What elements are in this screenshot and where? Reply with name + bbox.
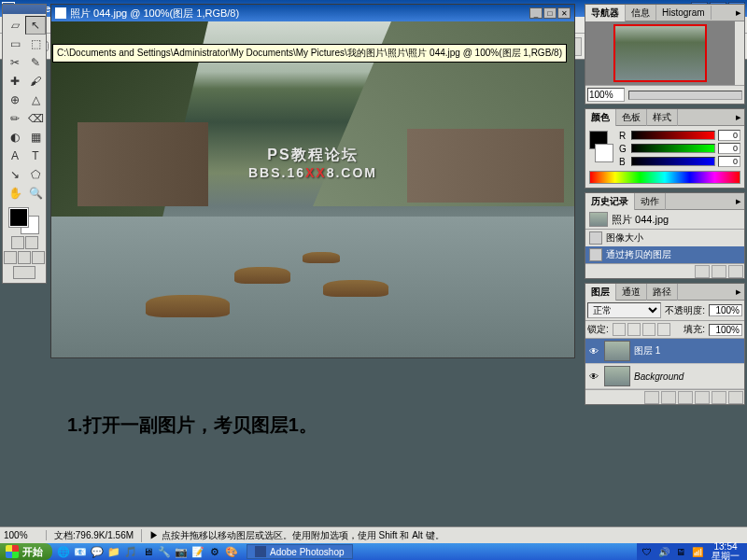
layer-style-icon[interactable] [644, 391, 659, 404]
color-spectrum[interactable] [589, 171, 740, 184]
new-snapshot-icon[interactable] [712, 265, 726, 278]
layer-thumbnail[interactable] [604, 366, 630, 386]
foreground-color[interactable] [9, 208, 28, 227]
lock-position-icon[interactable] [642, 323, 655, 336]
path-tool[interactable]: A [5, 147, 25, 165]
status-doc-info[interactable]: 文档:796.9K/1.56M [47, 529, 142, 542]
ql-icon[interactable]: 🎵 [123, 544, 138, 559]
delete-state-icon[interactable] [728, 265, 743, 278]
layer-name[interactable]: Background [634, 371, 684, 382]
magic-wand-tool[interactable]: ⬚ [25, 35, 46, 53]
tab-color[interactable]: 颜色 [585, 109, 616, 126]
g-value[interactable] [718, 143, 740, 154]
tab-paths[interactable]: 路径 [647, 284, 678, 301]
tab-info[interactable]: 信息 [626, 5, 656, 21]
tray-icon[interactable]: 🖥 [674, 545, 687, 558]
doc-minimize-button[interactable]: _ [529, 7, 543, 19]
layer-row[interactable]: 👁 图层 1 [585, 339, 744, 364]
taskbar-app-button[interactable]: Adobe Photoshop [247, 544, 353, 559]
screen-mode-icon[interactable] [32, 251, 45, 264]
color-preview[interactable] [589, 131, 615, 168]
ql-icon[interactable]: 📁 [106, 544, 121, 559]
tray-icon[interactable]: 🛡 [641, 545, 654, 558]
doc-maximize-button[interactable]: □ [543, 7, 557, 19]
status-zoom[interactable]: 100% [0, 530, 47, 540]
standard-mode-icon[interactable] [11, 236, 24, 249]
history-brush-tool[interactable]: △ [25, 91, 46, 109]
panel-menu-icon[interactable]: ▸ [733, 7, 744, 19]
eraser-tool[interactable]: ✏ [5, 109, 25, 128]
shape-tool[interactable]: ⬠ [25, 165, 46, 184]
toolbox-header[interactable] [3, 5, 46, 14]
ql-icon[interactable]: ⚙ [207, 544, 222, 559]
healing-tool[interactable]: ✚ [5, 72, 25, 91]
tab-channels[interactable]: 通道 [616, 284, 647, 301]
tab-histogram[interactable]: Histogram [656, 6, 712, 20]
new-layer-icon[interactable] [712, 391, 726, 404]
navigator-preview[interactable] [585, 21, 735, 85]
fill-input[interactable] [709, 324, 742, 336]
layer-row[interactable]: 👁 Background [585, 364, 744, 389]
screen-mode-icon[interactable] [4, 251, 17, 264]
stamp-tool[interactable]: ⊕ [5, 91, 25, 109]
ql-icon[interactable]: 🔧 [157, 544, 172, 559]
b-value[interactable] [718, 156, 740, 167]
lasso-tool[interactable]: ▭ [5, 35, 25, 53]
visibility-icon[interactable]: 👁 [587, 344, 600, 357]
visibility-icon[interactable]: 👁 [587, 370, 600, 383]
opacity-input[interactable] [709, 304, 742, 316]
document-titlebar[interactable]: 照片 044.jpg @ 100%(图层 1,RGB/8) _ □ ✕ [51, 5, 574, 21]
type-tool[interactable]: T [25, 147, 46, 165]
zoom-tool[interactable]: 🔍 [25, 184, 46, 203]
history-item[interactable]: 通过拷贝的图层 [585, 246, 744, 263]
dodge-tool[interactable]: ▦ [25, 128, 46, 147]
history-snapshot[interactable]: 照片 044.jpg [585, 210, 744, 230]
color-swatch[interactable] [9, 208, 39, 234]
tab-styles[interactable]: 样式 [647, 109, 678, 126]
navigator-zoom-slider[interactable] [628, 91, 742, 100]
new-set-icon[interactable] [678, 391, 693, 404]
move-tool[interactable]: ↖ [25, 16, 46, 35]
tray-icon[interactable]: 🔊 [657, 545, 670, 558]
lock-pixels-icon[interactable] [627, 323, 641, 336]
slice-tool[interactable]: ✎ [25, 53, 46, 72]
r-slider[interactable] [631, 131, 715, 140]
tab-history[interactable]: 历史记录 [585, 193, 635, 210]
b-slider[interactable] [631, 157, 715, 166]
blur-tool[interactable]: ◐ [5, 128, 25, 147]
ql-icon[interactable]: 🎨 [224, 544, 239, 559]
delete-layer-icon[interactable] [728, 391, 743, 404]
adjustment-layer-icon[interactable] [695, 391, 710, 404]
ql-icon[interactable]: 📝 [190, 544, 205, 559]
jump-to-icon[interactable] [13, 266, 35, 279]
start-button[interactable]: 开始 [0, 543, 52, 560]
layer-mask-icon[interactable] [661, 391, 676, 404]
bg-color-swatch[interactable] [595, 144, 613, 162]
tray-icon[interactable]: 📶 [691, 545, 704, 558]
tray-clock[interactable]: 13:54 星期一 [708, 542, 743, 560]
ql-ie-icon[interactable]: 🌐 [56, 544, 71, 559]
pen-tool[interactable]: ↘ [5, 165, 25, 184]
document-canvas[interactable]: PS教程论坛 BBS.16XX8.COM C:\Documents and Se… [51, 21, 574, 357]
quickmask-mode-icon[interactable] [25, 236, 38, 249]
marquee-tool[interactable]: ▱ [5, 16, 25, 35]
gradient-tool[interactable]: ⌫ [25, 109, 46, 128]
tab-navigator[interactable]: 导航器 [585, 5, 626, 21]
panel-menu-icon[interactable]: ▸ [733, 111, 744, 123]
panel-menu-icon[interactable]: ▸ [733, 286, 744, 298]
navigator-zoom-input[interactable] [587, 88, 625, 102]
new-doc-from-state-icon[interactable] [695, 265, 710, 278]
history-item[interactable]: 图像大小 [585, 230, 744, 246]
blend-mode-select[interactable]: 正常 [587, 302, 661, 318]
crop-tool[interactable]: ✂ [5, 53, 25, 72]
lock-all-icon[interactable] [657, 323, 670, 336]
layer-thumbnail[interactable] [604, 341, 630, 361]
ql-icon[interactable]: 📷 [174, 544, 189, 559]
lock-transparency-icon[interactable] [613, 323, 626, 336]
layer-name[interactable]: 图层 1 [634, 344, 660, 357]
ql-icon[interactable]: 🖥 [140, 544, 155, 559]
hand-tool[interactable]: ✋ [5, 184, 25, 203]
tab-layers[interactable]: 图层 [585, 284, 616, 301]
ql-icon[interactable]: 📧 [73, 544, 88, 559]
screen-mode-icon[interactable] [18, 251, 31, 264]
